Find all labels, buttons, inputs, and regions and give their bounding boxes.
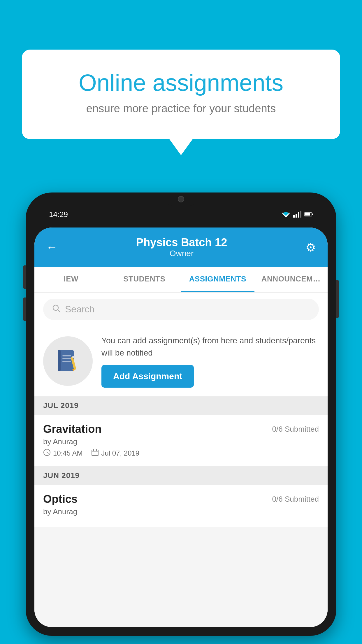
header-center: Physics Batch 12 Owner [58, 236, 305, 258]
phone-notch [164, 192, 198, 206]
battery-icon [304, 212, 313, 217]
svg-rect-13 [58, 350, 61, 371]
assignment-author-gravitation: by Anurag [43, 437, 319, 446]
header-subtitle: Owner [58, 249, 305, 258]
svg-rect-16 [62, 361, 71, 362]
assignment-author-optics: by Anurag [43, 507, 319, 516]
phone-camera [178, 196, 184, 202]
info-description: You can add assignment(s) from here and … [101, 335, 319, 359]
assignment-meta-gravitation: 10:45 AM Jul 07, 201 [43, 449, 319, 458]
svg-rect-15 [62, 358, 71, 359]
svg-line-22 [47, 452, 48, 453]
svg-rect-9 [305, 213, 310, 216]
assignment-top: Gravitation 0/6 Submitted [43, 423, 319, 435]
calendar-icon [91, 449, 99, 458]
month-header-jul: JUL 2019 [34, 396, 328, 415]
notebook-icon [55, 348, 81, 374]
tab-assignments[interactable]: ASSIGNMENTS [181, 267, 254, 292]
phone-wrapper: 14:29 [26, 192, 336, 644]
speech-bubble-wrapper: Online assignments ensure more practice … [22, 50, 340, 155]
app-header: ← Physics Batch 12 Owner ⚙ [34, 228, 328, 267]
svg-line-11 [58, 310, 60, 312]
svg-rect-6 [300, 211, 301, 218]
assignment-top-optics: Optics 0/6 Submitted [43, 493, 319, 505]
status-icons [282, 211, 313, 218]
assignment-item-gravitation[interactable]: Gravitation 0/6 Submitted by Anurag [34, 415, 328, 466]
assignment-submitted-gravitation: 0/6 Submitted [272, 425, 319, 434]
assignment-time-gravitation: 10:45 AM [43, 449, 82, 458]
signal-icon [293, 211, 301, 218]
assignment-title-optics: Optics [43, 493, 78, 505]
phone-volume-down-button [23, 298, 26, 321]
clock-icon [43, 449, 51, 458]
notebook-icon-circle [43, 336, 93, 386]
speech-bubble-pointer [169, 139, 193, 155]
info-text: You can add assignment(s) from here and … [101, 335, 319, 388]
info-card: You can add assignment(s) from here and … [34, 326, 328, 396]
speech-bubble: Online assignments ensure more practice … [22, 50, 340, 139]
speech-bubble-subtitle: ensure more practice for your students [45, 102, 317, 116]
month-header-jun: JUN 2019 [34, 466, 328, 485]
search-bar[interactable]: Search [43, 299, 319, 320]
svg-rect-8 [312, 214, 313, 215]
svg-rect-4 [296, 214, 297, 218]
svg-rect-23 [92, 450, 98, 456]
status-time: 14:29 [49, 210, 68, 219]
tab-iew[interactable]: IEW [34, 267, 108, 292]
phone-outer: 14:29 [26, 192, 336, 636]
tab-students[interactable]: STUDENTS [108, 267, 181, 292]
gear-icon[interactable]: ⚙ [305, 241, 316, 254]
speech-bubble-title: Online assignments [45, 70, 317, 96]
svg-rect-14 [62, 355, 71, 356]
search-placeholder-text: Search [65, 304, 94, 315]
assignment-date-gravitation: Jul 07, 2019 [91, 449, 139, 458]
phone-screen: ← Physics Batch 12 Owner ⚙ IEW STUDENTS … [34, 228, 328, 627]
back-button[interactable]: ← [46, 241, 58, 254]
wifi-icon [282, 211, 290, 218]
phone-power-button [336, 280, 339, 318]
assignment-title-gravitation: Gravitation [43, 423, 102, 435]
assignment-submitted-optics: 0/6 Submitted [272, 495, 319, 504]
assignment-item-optics[interactable]: Optics 0/6 Submitted by Anurag [34, 485, 328, 527]
svg-rect-5 [298, 212, 299, 218]
svg-rect-3 [293, 215, 295, 218]
search-bar-wrapper: Search [34, 293, 328, 326]
header-title: Physics Batch 12 [58, 236, 305, 249]
phone-volume-up-button [23, 265, 26, 289]
tabs-bar: IEW STUDENTS ASSIGNMENTS ANNOUNCEM… [34, 267, 328, 293]
add-assignment-button[interactable]: Add Assignment [101, 365, 194, 388]
tab-announcements[interactable]: ANNOUNCEM… [254, 267, 328, 292]
search-icon [52, 304, 61, 315]
content-area: Search [34, 293, 328, 627]
